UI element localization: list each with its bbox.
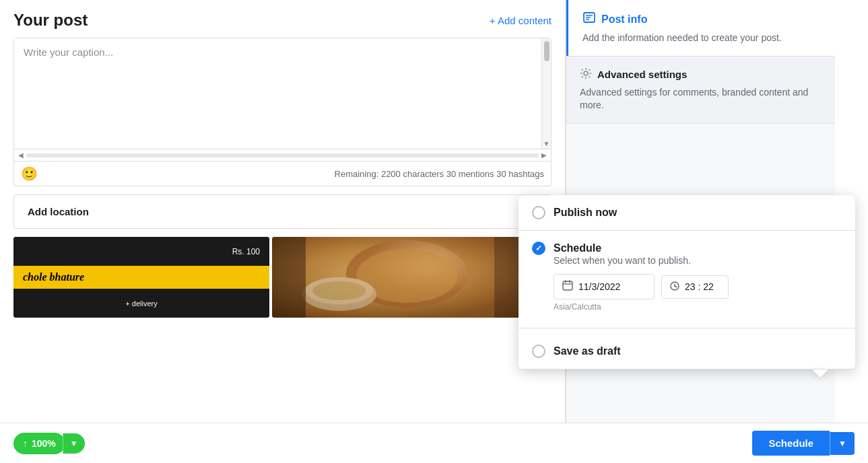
svg-line-19 xyxy=(675,286,677,287)
schedule-option-header[interactable]: Schedule xyxy=(519,231,855,255)
publish-now-radio[interactable] xyxy=(532,206,545,219)
add-location-section: Add location xyxy=(13,194,552,229)
upload-progress-group: ↑ 100% ▼ xyxy=(13,433,85,454)
post-info-icon xyxy=(582,11,596,28)
gear-icon xyxy=(580,67,592,82)
food-card-brand-area: chole bhature xyxy=(13,266,269,289)
popup-divider xyxy=(519,328,855,328)
h-scroll-left[interactable]: ◀ xyxy=(18,151,24,159)
horizontal-scrollbar: ◀ ▶ xyxy=(13,149,552,162)
caption-footer: 🙂 Remaining: 2200 characters 30 mentions… xyxy=(13,162,552,186)
add-content-button[interactable]: + Add content xyxy=(490,15,552,26)
images-row: Rs. 100 chole bhature + delivery xyxy=(13,237,552,318)
schedule-dropdown-button[interactable]: ▼ xyxy=(830,432,855,455)
post-info-header: Post info xyxy=(582,11,822,28)
emoji-button[interactable]: 🙂 xyxy=(21,166,38,182)
clock-icon xyxy=(670,281,679,293)
publish-now-label: Publish now xyxy=(554,207,617,219)
food-card-1: Rs. 100 chole bhature + delivery xyxy=(13,237,269,318)
food-card-brand: chole bhature xyxy=(23,271,84,283)
remaining-chars: Remaining: 2200 characters 30 mentions 3… xyxy=(335,169,544,179)
food-card-price-area: Rs. 100 xyxy=(13,237,269,266)
svg-point-5 xyxy=(312,281,366,300)
svg-rect-6 xyxy=(272,237,306,318)
schedule-radio-checked[interactable] xyxy=(532,242,545,255)
advanced-settings-description: Advanced settings for comments, branded … xyxy=(580,86,822,112)
post-info-section: Post info Add the information needed to … xyxy=(566,0,835,57)
publish-now-option[interactable]: Publish now xyxy=(519,195,855,231)
progress-label: 100% xyxy=(32,438,56,449)
schedule-label: Schedule xyxy=(554,242,601,254)
save-as-draft-label: Save as draft xyxy=(554,345,621,357)
upload-progress-button[interactable]: ↑ 100% xyxy=(13,433,65,454)
upload-icon: ↑ xyxy=(23,438,28,449)
blue-indicator-bar xyxy=(566,0,568,56)
food-card-delivery-area: + delivery xyxy=(13,289,269,318)
svg-point-4 xyxy=(306,277,373,304)
food-card-price: Rs. 100 xyxy=(232,247,260,256)
food-card-delivery: + delivery xyxy=(125,299,157,308)
upload-dropdown-button[interactable]: ▼ xyxy=(63,433,85,454)
scrollbar-track: ▼ xyxy=(541,38,551,149)
add-location-button[interactable]: Add location xyxy=(14,195,102,228)
save-as-draft-option[interactable]: Save as draft xyxy=(519,334,855,369)
food-image-svg xyxy=(272,237,528,318)
time-input-wrapper[interactable]: 23 : 22 xyxy=(661,275,729,299)
schedule-content: Select when you want to publish. 11/3/20… xyxy=(519,255,855,322)
page-title: Your post xyxy=(13,11,88,30)
caption-textarea[interactable] xyxy=(14,38,551,146)
time-value: 23 : 22 xyxy=(685,281,714,292)
svg-point-1 xyxy=(346,240,467,308)
date-input-wrapper[interactable]: 11/3/2022 xyxy=(554,274,655,299)
advanced-settings-header: Advanced settings xyxy=(580,67,822,82)
timezone-text: Asia/Calcutta xyxy=(554,302,842,312)
svg-point-2 xyxy=(356,249,457,303)
calendar-icon xyxy=(562,280,573,293)
schedule-main-button[interactable]: Schedule xyxy=(752,431,830,456)
svg-rect-13 xyxy=(563,281,572,290)
h-scroll-right[interactable]: ▶ xyxy=(541,151,547,159)
svg-rect-0 xyxy=(272,237,528,318)
schedule-button-group: Schedule ▼ xyxy=(752,431,855,456)
bottom-bar: ↑ 100% ▼ Schedule ▼ xyxy=(0,423,868,463)
scrollbar-thumb[interactable] xyxy=(544,41,549,61)
publish-popup: Publish now Schedule Select when you wan… xyxy=(519,195,855,369)
svg-point-3 xyxy=(302,277,376,311)
date-value: 11/3/2022 xyxy=(578,281,620,292)
h-scroll-track xyxy=(26,153,539,157)
advanced-settings-title: Advanced settings xyxy=(597,69,687,80)
schedule-inputs: 11/3/2022 23 : 22 xyxy=(554,274,842,299)
schedule-option-row[interactable]: Schedule xyxy=(532,242,842,255)
post-info-description: Add the information needed to create you… xyxy=(582,32,822,45)
post-info-title: Post info xyxy=(601,13,647,26)
schedule-description: Select when you want to publish. xyxy=(554,255,842,266)
popup-arrow xyxy=(812,369,828,378)
svg-point-12 xyxy=(584,71,588,75)
food-photo-card xyxy=(272,237,528,318)
scroll-down-arrow[interactable]: ▼ xyxy=(542,140,551,149)
save-as-draft-radio[interactable] xyxy=(532,345,545,358)
advanced-settings-section: Advanced settings Advanced settings for … xyxy=(566,57,835,124)
